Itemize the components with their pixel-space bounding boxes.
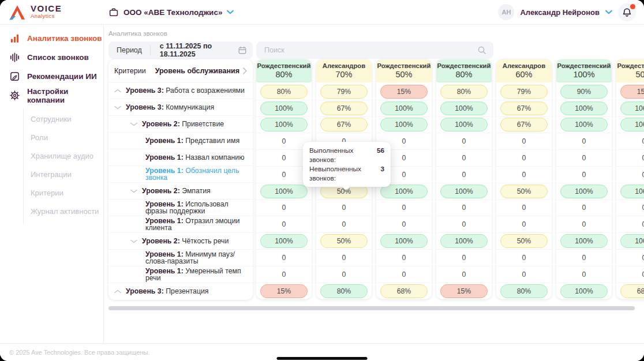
column-header[interactable]: Александров70%: [316, 59, 372, 82]
table-cell[interactable]: 0: [376, 266, 432, 283]
table-cell[interactable]: 0: [496, 167, 552, 183]
table-cell[interactable]: 0: [316, 216, 372, 233]
table-cell[interactable]: 0: [556, 266, 612, 283]
table-cell[interactable]: 67%: [316, 100, 372, 117]
table-cell[interactable]: 100%: [616, 233, 644, 250]
subnav-item-employees[interactable]: Сотрудники: [31, 110, 103, 128]
table-cell[interactable]: 15%: [616, 84, 644, 100]
table-cell[interactable]: 100%: [556, 100, 612, 117]
criteria-row[interactable]: Уровень 3: Работа с возражениями: [108, 82, 253, 99]
horizontal-scrollbar[interactable]: [108, 306, 635, 310]
table-cell[interactable]: 100%: [256, 100, 312, 117]
table-cell[interactable]: 0: [496, 250, 552, 266]
criteria-row[interactable]: Уровень 3: Коммуникация: [108, 99, 253, 116]
table-cell[interactable]: 0: [256, 200, 312, 217]
table-cell[interactable]: 68%: [376, 283, 432, 300]
table-cell[interactable]: 0: [436, 167, 492, 183]
sidebar-item-call-list[interactable]: Список звонков: [0, 48, 103, 67]
column-header[interactable]: Рождественский50%: [616, 59, 644, 82]
table-cell[interactable]: 100%: [376, 233, 432, 250]
criteria-row[interactable]: Уровень 1: Назвал компанию: [108, 149, 253, 166]
table-cell[interactable]: 90%: [556, 84, 612, 100]
column-header[interactable]: Рождественский100%: [556, 59, 612, 82]
table-cell[interactable]: 0: [616, 150, 644, 167]
table-cell[interactable]: 0: [256, 250, 312, 266]
table-cell[interactable]: 0: [496, 216, 552, 233]
table-cell[interactable]: 100%: [376, 100, 432, 117]
table-cell[interactable]: 0: [316, 266, 372, 283]
tree-chevron-down-icon[interactable]: [130, 189, 137, 193]
table-cell[interactable]: 0: [376, 200, 432, 217]
tree-chevron-down-icon[interactable]: [130, 122, 137, 126]
table-cell[interactable]: 67%: [496, 100, 552, 117]
table-cell[interactable]: 80%: [256, 84, 312, 100]
criteria-row[interactable]: Уровень 2: Эмпатия: [108, 183, 253, 200]
table-cell[interactable]: 0: [616, 167, 644, 183]
column-header[interactable]: Рождественский50%: [376, 59, 432, 82]
search-input[interactable]: [263, 46, 477, 55]
subnav-item-activity-log[interactable]: Журнал активности: [31, 202, 103, 220]
criteria-row[interactable]: Уровень 1: Отразил эмоции клиента: [108, 216, 253, 233]
table-cell[interactable]: 0: [436, 250, 492, 266]
criteria-row[interactable]: Уровень 1: Использовал фразы поддержки: [108, 200, 253, 216]
table-cell[interactable]: 0: [496, 150, 552, 167]
company-selector[interactable]: ООО «АВЕ Технолоджис»: [108, 7, 234, 17]
table-cell[interactable]: 50%: [496, 233, 552, 250]
column-header[interactable]: Рождественский80%: [436, 59, 492, 82]
subnav-item-audio-storage[interactable]: Хранилище аудио: [31, 146, 103, 165]
table-cell[interactable]: 0: [436, 266, 492, 283]
tree-chevron-up-icon[interactable]: [114, 89, 121, 93]
column-header[interactable]: Александров60%: [496, 59, 552, 82]
table-cell[interactable]: 100%: [436, 183, 492, 200]
table-cell[interactable]: 100%: [256, 117, 312, 134]
table-cell[interactable]: 15%: [256, 283, 312, 300]
table-cell[interactable]: 100%: [376, 117, 432, 134]
criteria-row[interactable]: Уровень 1: Обозначил цель звонка: [108, 166, 253, 183]
criteria-row[interactable]: Уровень 1: Умеренный темп речи: [108, 266, 253, 283]
table-cell[interactable]: 80%: [436, 84, 492, 100]
table-cell[interactable]: 0: [556, 200, 612, 217]
table-cell[interactable]: 0: [496, 266, 552, 283]
criteria-row[interactable]: Уровень 2: Чёткость речи: [108, 233, 253, 250]
table-cell[interactable]: 0: [556, 167, 612, 183]
table-cell[interactable]: 68%: [616, 283, 644, 300]
calendar-icon[interactable]: [238, 46, 247, 55]
criteria-row[interactable]: Уровень 1: Представил имя: [108, 133, 253, 149]
table-cell[interactable]: 0: [436, 216, 492, 233]
table-cell[interactable]: 100%: [616, 183, 644, 200]
subnav-item-integrations[interactable]: Интеграции: [31, 165, 103, 183]
table-cell[interactable]: 0: [436, 133, 492, 150]
table-cell[interactable]: 100%: [256, 233, 312, 250]
criteria-row[interactable]: Уровень 1: Минимум пауз/слова-паразиты: [108, 250, 253, 266]
table-cell[interactable]: 0: [556, 250, 612, 266]
table-cell[interactable]: 0: [616, 133, 644, 150]
sidebar-item-ai-recommendations[interactable]: Рекомендации ИИ: [0, 67, 103, 86]
table-cell[interactable]: 67%: [316, 117, 372, 134]
table-cell[interactable]: 79%: [496, 84, 552, 100]
table-cell[interactable]: 0: [616, 216, 644, 233]
table-cell[interactable]: 100%: [436, 117, 492, 134]
table-cell[interactable]: 100%: [556, 183, 612, 200]
table-cell[interactable]: 0: [556, 133, 612, 150]
table-cell[interactable]: 0: [436, 150, 492, 167]
tree-chevron-down-icon[interactable]: [130, 239, 137, 243]
criteria-row[interactable]: Уровень 3: Презентация: [108, 283, 253, 300]
sidebar-item-company-settings[interactable]: Настройки компании: [0, 86, 103, 105]
table-cell[interactable]: 100%: [436, 100, 492, 117]
table-cell[interactable]: 15%: [436, 283, 492, 300]
criteria-row[interactable]: Уровень 2: Приветствие: [108, 116, 253, 133]
table-cell[interactable]: 67%: [496, 117, 552, 134]
table-cell[interactable]: 100%: [556, 233, 612, 250]
subnav-item-criteria[interactable]: Критерии: [31, 183, 103, 202]
period-filter[interactable]: Период с 11.11.2025 по 18.11.2025: [108, 42, 253, 59]
table-cell[interactable]: 0: [616, 250, 644, 266]
table-cell[interactable]: 0: [496, 133, 552, 150]
table-cell[interactable]: 0: [256, 216, 312, 233]
table-cell[interactable]: 100%: [616, 100, 644, 117]
subnav-item-roles[interactable]: Роли: [31, 128, 103, 146]
table-cell[interactable]: 100%: [436, 233, 492, 250]
sidebar-item-call-analytics[interactable]: Аналитика звонков: [0, 29, 103, 48]
table-cell[interactable]: 100%: [616, 117, 644, 134]
table-cell[interactable]: 0: [496, 200, 552, 217]
table-cell[interactable]: 15%: [376, 84, 432, 100]
